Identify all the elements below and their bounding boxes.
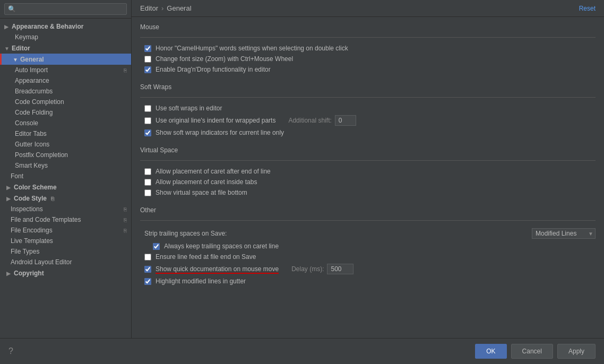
sidebar-item-android-layout-editor[interactable]: Android Layout Editor [0,257,131,267]
bottom-bar: ? OK Cancel Apply [0,338,604,364]
other-section-title: Other [140,206,596,216]
sidebar-label: File Encodings [11,227,53,234]
additional-shift-label: Additional shift: [288,117,331,124]
chevron-icon: ▶ [6,271,12,276]
option-caret-inside-tabs: Allow placement of caret inside tabs [140,177,596,187]
strip-dropdown[interactable]: None All Modified Lines [532,228,596,239]
soft-wraps-section-title: Soft Wraps [140,83,596,93]
chevron-icon: ▶ [6,185,12,190]
sidebar-item-editor[interactable]: ▼ Editor [0,42,131,54]
content-body: Mouse Honor "CamelHumps" words settings … [132,17,604,338]
sidebar-label: Gutter Icons [15,141,49,148]
option-keep-trailing-spaces: Always keep trailing spaces on caret lin… [140,241,596,252]
sidebar-label: Smart Keys [15,162,48,169]
search-input[interactable] [4,3,127,15]
caret-after-end-label: Allow placement of caret after end of li… [156,168,271,175]
sidebar-label: Postfix Completion [15,151,68,159]
highlight-modified-label: Highlight modified lines in gutter [156,278,246,285]
highlight-modified-checkbox[interactable] [144,278,151,285]
option-ensure-line-feed: Ensure line feed at file end on Save [140,252,596,262]
drag-drop-label: Enable Drag'n'Drop functionality in edit… [156,66,271,73]
sidebar-item-gutter-icons[interactable]: Gutter Icons [0,139,131,150]
strip-trailing-spaces-row: Strip trailing spaces on Save: None All … [140,226,596,241]
sidebar-item-appearance-behavior[interactable]: ▶ Appearance & Behavior [0,21,131,32]
font-zoom-label: Change font size (Zoom) with Ctrl+Mouse … [156,55,293,63]
chevron-icon: ▼ [4,46,10,51]
sidebar-item-copyright[interactable]: ▶ Copyright [0,267,131,279]
quick-doc-label-wrapper: Show quick documentation on mouse move [156,265,279,273]
sidebar-item-file-encodings[interactable]: File Encodings ⎘ [0,225,131,236]
sidebar-label: General [20,56,44,63]
sidebar-item-file-code-templates[interactable]: File and Code Templates ⎘ [0,214,131,225]
option-font-zoom: Change font size (Zoom) with Ctrl+Mouse … [140,54,596,64]
sidebar-item-appearance[interactable]: Appearance [0,75,131,86]
sidebar-item-code-style[interactable]: ▶ Code Style ⎘ [0,193,131,204]
ok-button[interactable]: OK [475,344,506,359]
sidebar-label: File and Code Templates [11,216,81,223]
sidebar-label: Font [11,172,23,180]
strip-trailing-spaces-label: Strip trailing spaces on Save: [144,230,227,237]
sidebar-label: Editor [12,45,30,52]
sidebar-item-editor-tabs[interactable]: Editor Tabs [0,128,131,139]
drag-drop-checkbox[interactable] [144,66,151,73]
chevron-icon: ▼ [13,57,18,62]
sidebar-item-code-completion[interactable]: Code Completion [0,97,131,107]
sidebar-item-auto-import[interactable]: Auto Import ⎘ [0,65,131,75]
delay-input[interactable] [327,264,353,274]
quick-doc-checkbox[interactable] [144,266,151,273]
quick-doc-underline [156,273,279,274]
copy-icon: ⎘ [124,67,127,73]
ensure-line-feed-label: Ensure line feed at file end on Save [156,253,256,261]
show-indicators-checkbox[interactable] [144,129,151,136]
use-soft-wraps-checkbox[interactable] [144,105,151,112]
sidebar-label: Auto Import [15,66,48,74]
font-zoom-checkbox[interactable] [144,56,151,63]
keep-trailing-spaces-label: Always keep trailing spaces on caret lin… [164,242,279,250]
caret-after-end-checkbox[interactable] [144,168,151,175]
sidebar-label: Keymap [15,33,38,41]
option-highlight-modified: Highlight modified lines in gutter [140,276,596,287]
breadcrumb-current: General [167,4,191,12]
sidebar: ▶ Appearance & Behavior Keymap ▼ Editor … [0,0,132,338]
sidebar-label: Appearance & Behavior [12,23,83,30]
mouse-section: Mouse Honor "CamelHumps" words settings … [140,23,596,75]
sidebar-item-keymap[interactable]: Keymap [0,32,131,42]
sidebar-item-font[interactable]: Font [0,171,131,181]
apply-button[interactable]: Apply [557,344,596,359]
option-show-indicators: Show soft wrap indicators for current li… [140,127,596,138]
caret-inside-tabs-checkbox[interactable] [144,179,151,186]
strip-dropdown-wrapper: None All Modified Lines ▼ [532,228,596,239]
option-caret-after-end: Allow placement of caret after end of li… [140,166,596,177]
sidebar-tree: ▶ Appearance & Behavior Keymap ▼ Editor … [0,19,131,338]
settings-dialog: ▶ Appearance & Behavior Keymap ▼ Editor … [0,0,604,364]
sidebar-item-smart-keys[interactable]: Smart Keys [0,160,131,171]
option-use-soft-wraps: Use soft wraps in editor [140,103,596,114]
delay-wrapper: Delay (ms): [291,264,353,274]
reset-button[interactable]: Reset [579,5,596,12]
chevron-icon: ▶ [6,196,12,201]
sidebar-item-code-folding[interactable]: Code Folding [0,107,131,118]
breadcrumb: Editor › General [140,4,192,12]
sidebar-item-live-templates[interactable]: Live Templates [0,236,131,246]
sidebar-item-console[interactable]: Console [0,118,131,128]
show-indicators-label: Show soft wrap indicators for current li… [156,129,284,136]
sidebar-item-general[interactable]: ▼ General [0,54,131,65]
original-indent-label: Use original line's indent for wrapped p… [156,117,275,124]
original-indent-checkbox[interactable] [144,117,151,124]
camel-humps-checkbox[interactable] [144,45,151,52]
sidebar-item-inspections[interactable]: Inspections ⎘ [0,204,131,214]
sidebar-label: Editor Tabs [15,130,47,137]
sidebar-item-postfix-completion[interactable]: Postfix Completion [0,150,131,160]
chevron-icon: ▶ [4,24,10,29]
virtual-space-bottom-checkbox[interactable] [144,189,151,196]
cancel-button[interactable]: Cancel [511,344,553,359]
sidebar-item-breadcrumbs[interactable]: Breadcrumbs [0,86,131,97]
ensure-line-feed-checkbox[interactable] [144,254,151,261]
sidebar-label: Copyright [14,270,44,277]
keep-trailing-spaces-checkbox[interactable] [153,243,160,250]
help-icon[interactable]: ? [8,346,13,356]
sidebar-item-file-types[interactable]: File Types [0,246,131,257]
additional-shift-input[interactable] [335,115,356,126]
sidebar-item-color-scheme[interactable]: ▶ Color Scheme [0,181,131,193]
sidebar-label: Android Layout Editor [11,258,72,266]
